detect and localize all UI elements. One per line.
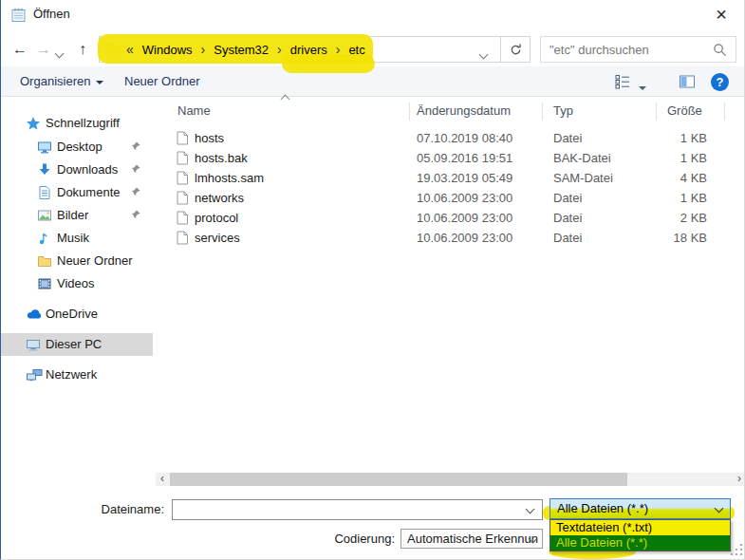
help-button[interactable]: ? xyxy=(711,73,729,91)
sidebar-item-musik[interactable]: Musik xyxy=(1,227,153,250)
sidebar-item-onedrive[interactable]: OneDrive xyxy=(1,303,153,326)
breadcrumb-segment[interactable]: etc xyxy=(348,43,364,57)
column-header-name[interactable]: Name xyxy=(177,99,211,123)
breadcrumb-overflow-icon[interactable]: « xyxy=(126,42,134,57)
filetype-combobox[interactable]: Alle Dateien (*.*) xyxy=(549,498,731,519)
sidebar-item-bilder[interactable]: Bilder xyxy=(1,204,153,227)
open-file-dialog: Öffnen × ← → ↑ « Windows › System32 › dr… xyxy=(0,0,745,560)
star-icon xyxy=(26,116,41,131)
download-arrow-icon xyxy=(37,162,52,177)
file-icon xyxy=(176,151,189,165)
file-icon xyxy=(176,231,189,245)
chevron-down-icon xyxy=(715,504,724,513)
list-view-icon[interactable] xyxy=(614,73,631,90)
search-input[interactable] xyxy=(549,38,706,61)
film-icon xyxy=(37,276,52,291)
filetype-dropdown-list: Textdateien (*.txt) Alle Dateien (*.*) xyxy=(549,519,731,551)
sidebar-item-desktop[interactable]: Desktop xyxy=(1,136,153,159)
chevron-down-icon[interactable] xyxy=(526,505,535,514)
title-bar: Öffnen × xyxy=(1,0,744,30)
pin-icon xyxy=(129,163,141,176)
table-row[interactable]: services10.06.2009 23:00Datei18 KB xyxy=(158,228,745,248)
folder-icon xyxy=(37,253,52,269)
sidebar-item-neuer-ordner[interactable]: Neuer Ordner xyxy=(1,250,153,272)
list-header: Name Änderungsdatum Typ Größe xyxy=(158,99,745,123)
pin-icon xyxy=(129,140,141,153)
filetype-option-alle-dateien[interactable]: Alle Dateien (*.*) xyxy=(550,535,730,551)
scrollbar-thumb[interactable] xyxy=(170,473,627,486)
table-row[interactable]: protocol10.06.2009 23:00Datei2 KB xyxy=(158,208,745,228)
cloud-icon xyxy=(26,307,44,322)
breadcrumb-segment[interactable]: drivers xyxy=(290,43,327,57)
command-toolbar: Organisieren Neuer Ordner xyxy=(1,66,745,97)
sidebar-item-schnellzugriff[interactable]: Schnellzugriff xyxy=(1,112,153,135)
table-row[interactable]: lmhosts.sam19.03.2019 05:49SAM-Datei4 KB xyxy=(158,168,745,188)
caret-down-icon xyxy=(96,81,103,84)
recent-locations-chevron-icon[interactable] xyxy=(56,46,63,60)
window-title: Öffnen xyxy=(33,0,70,28)
file-icon xyxy=(176,191,189,205)
breadcrumb-separator-icon[interactable]: › xyxy=(336,42,341,57)
resize-grip[interactable] xyxy=(731,544,743,556)
column-header-type[interactable]: Typ xyxy=(553,99,573,123)
back-button[interactable]: ← xyxy=(9,36,31,63)
music-note-icon xyxy=(37,231,52,246)
scroll-right-icon[interactable]: › xyxy=(733,473,745,486)
computer-icon xyxy=(26,337,41,352)
desktop-icon xyxy=(37,140,52,155)
new-folder-button[interactable]: Neuer Ordner xyxy=(124,66,199,97)
table-row[interactable]: hosts.bak05.09.2016 19:51BAK-Datei1 KB xyxy=(158,148,745,168)
file-icon xyxy=(176,131,189,145)
search-icon[interactable] xyxy=(713,43,727,57)
up-button[interactable]: ↑ xyxy=(71,36,94,63)
forward-button[interactable]: → xyxy=(32,36,55,63)
file-icon xyxy=(176,171,189,185)
breadcrumb: « Windows › System32 › drivers › etc xyxy=(126,36,365,63)
filetype-option-textdateien[interactable]: Textdateien (*.txt) xyxy=(550,520,730,535)
filename-input[interactable] xyxy=(177,501,518,518)
pin-icon xyxy=(129,209,141,221)
close-icon[interactable]: × xyxy=(708,2,735,27)
refresh-icon xyxy=(509,43,523,57)
scroll-left-icon[interactable]: ‹ xyxy=(156,473,169,486)
encoding-selected-value: Automatische Erkennun xyxy=(407,530,538,548)
sidebar-item-videos[interactable]: Videos xyxy=(1,272,153,295)
encoding-label: Codierung: xyxy=(300,529,395,549)
table-row[interactable]: hosts07.10.2019 08:40Datei1 KB xyxy=(158,128,745,148)
address-dropdown-chevron-icon[interactable] xyxy=(480,47,487,61)
breadcrumb-segment[interactable]: Windows xyxy=(142,43,193,57)
refresh-button[interactable] xyxy=(501,36,531,63)
breadcrumb-separator-icon[interactable]: › xyxy=(277,42,282,57)
horizontal-scrollbar[interactable]: ‹ › xyxy=(156,473,745,486)
column-header-date[interactable]: Änderungsdatum xyxy=(417,99,511,123)
preview-pane-icon[interactable] xyxy=(679,73,696,90)
filetype-selected-value: Alle Dateien (*.*) xyxy=(557,499,648,518)
organize-button[interactable]: Organisieren xyxy=(20,66,103,97)
pin-icon xyxy=(129,186,141,198)
document-icon xyxy=(37,185,52,200)
sidebar-item-downloads[interactable]: Downloads xyxy=(1,159,153,181)
table-row[interactable]: networks10.06.2009 23:00Datei1 KB xyxy=(158,188,745,208)
column-header-size[interactable]: Größe xyxy=(667,99,702,123)
view-options-caret-icon[interactable] xyxy=(639,80,646,94)
filename-combobox xyxy=(172,499,543,520)
sidebar-item-dieser-pc[interactable]: Dieser PC xyxy=(1,333,153,356)
picture-icon xyxy=(37,208,52,223)
network-icon xyxy=(26,367,44,383)
breadcrumb-separator-icon[interactable]: › xyxy=(201,42,206,57)
filename-label: Dateiname: xyxy=(60,499,164,520)
file-icon xyxy=(176,211,189,225)
notepad-icon xyxy=(10,7,27,23)
sidebar-item-netzwerk[interactable]: Netzwerk xyxy=(1,364,153,386)
sidebar-item-dokumente[interactable]: Dokumente xyxy=(1,181,153,204)
search-box xyxy=(540,36,736,63)
encoding-combobox[interactable]: Automatische Erkennun xyxy=(400,529,543,549)
breadcrumb-segment[interactable]: System32 xyxy=(214,43,269,57)
